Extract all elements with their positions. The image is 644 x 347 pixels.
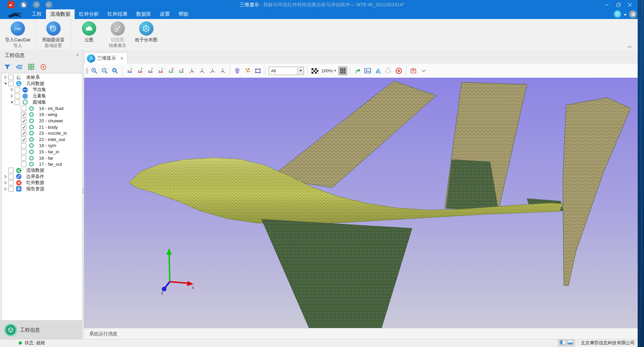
tree-checkbox[interactable] (15, 93, 20, 99)
menu-item-红外分析[interactable]: 红外分析 (75, 9, 103, 19)
viewport-3d-scene[interactable]: x z (84, 78, 638, 328)
tree-checkbox[interactable] (21, 131, 26, 136)
tree-checkbox[interactable] (21, 112, 26, 117)
project-info-footer[interactable]: 工程信息 (0, 320, 84, 339)
iso-view-2-icon[interactable] (197, 66, 206, 75)
tree-checkbox[interactable] (15, 100, 20, 105)
tree-row-19 - wing[interactable]: 19 - wing (2, 112, 82, 118)
list-left-icon[interactable] (15, 62, 24, 71)
iso-view-1-icon[interactable] (187, 66, 196, 75)
chevron-down-icon[interactable] (419, 66, 428, 75)
tree-row-边界条件[interactable]: 边界条件 (2, 174, 82, 180)
tree-row-红外数据[interactable]: 红外数据 (2, 180, 82, 186)
tree-row-22 - inlet_out[interactable]: 22 - inlet_out (2, 136, 82, 143)
tree-row-元素集[interactable]: 元素集 (2, 93, 82, 99)
tree-checkbox[interactable] (8, 168, 14, 173)
tree-row-节点集[interactable]: 节点集 (2, 87, 82, 93)
tree-checkbox[interactable] (8, 81, 14, 86)
tree-row-坐标系[interactable]: Yzx坐标系 (2, 74, 82, 81)
splitter-handle[interactable] (82, 188, 84, 195)
snapshot-icon[interactable] (363, 66, 372, 75)
tab-3d-display[interactable]: 三维显示 ✕ (85, 52, 128, 64)
tree-checkbox[interactable] (8, 174, 14, 179)
tree-row-16 - far[interactable]: 16 - far (2, 155, 82, 161)
tree-row-15 - far_in[interactable]: 15 - far_in (2, 149, 82, 155)
tree-row-流场数据[interactable]: 流场数据 (2, 167, 82, 174)
tree-checkbox[interactable] (8, 180, 14, 185)
tree-checkbox[interactable] (8, 186, 14, 192)
tree-checkbox[interactable] (21, 124, 26, 130)
zoom-out-icon[interactable] (100, 66, 109, 75)
filter-icon[interactable] (3, 62, 12, 71)
launcher-icon[interactable] (7, 1, 15, 8)
particle-trace-icon[interactable] (243, 66, 252, 75)
tree-checkbox[interactable] (21, 149, 26, 154)
view-front-icon[interactable]: xzY (125, 66, 134, 75)
tree-expander-icon[interactable] (9, 88, 15, 91)
tree-expander-icon[interactable] (9, 101, 15, 104)
tree-expander-icon[interactable] (3, 82, 8, 85)
close-button[interactable] (624, 0, 635, 9)
apps-caret-icon[interactable] (624, 11, 627, 17)
layout-left-panel-icon[interactable] (560, 340, 565, 346)
checkerboard-icon[interactable] (310, 66, 319, 75)
tree-expander-icon[interactable] (3, 187, 8, 191)
tree-row-17 - far_out[interactable]: 17 - far_out (2, 161, 82, 167)
profile-button[interactable] (629, 10, 637, 18)
tree-checkbox[interactable] (21, 106, 26, 111)
archive-box-icon[interactable] (409, 66, 418, 75)
minimize-button[interactable] (601, 0, 613, 9)
target-icon[interactable] (39, 62, 48, 71)
tree-row-面域集[interactable]: 面域集 (2, 99, 82, 105)
display-filter-combo[interactable]: All (269, 67, 304, 75)
ribbon-button-粒子分布图[interactable]: 粒子分布图 (132, 21, 161, 43)
tree-checkbox[interactable] (21, 118, 26, 123)
zoom-extent-icon[interactable] (111, 66, 120, 75)
mirror-icon[interactable] (374, 66, 383, 75)
tree-row-报告资源[interactable]: 报告资源 (2, 186, 82, 192)
ribbon-button-云图[interactable]: 云图 (75, 21, 103, 43)
view-right-icon[interactable]: zxY (156, 66, 165, 75)
new-doc-icon[interactable] (20, 1, 27, 8)
menu-item-流场数据[interactable]: 流场数据 (46, 9, 75, 19)
view-bottom-icon[interactable]: zYx (177, 66, 186, 75)
tree-checkbox[interactable] (15, 87, 20, 92)
zoom-percent-control[interactable]: 100% (321, 68, 336, 73)
menu-item-红外结果[interactable]: 红外结果 (103, 9, 132, 19)
tree-checkbox[interactable] (21, 162, 26, 167)
camera-icon[interactable] (233, 66, 242, 75)
share-arrow-icon[interactable] (353, 66, 362, 75)
view-left-icon[interactable]: xzY (146, 66, 155, 75)
menu-item-设置[interactable]: 设置 (156, 9, 174, 19)
tree-checkbox[interactable] (21, 137, 26, 142)
tree-row-几何数据[interactable]: 几何数据 (2, 81, 82, 87)
panel-collapse-icon[interactable]: ‹ (77, 51, 79, 58)
tree-row-18 - sym[interactable]: 18 - sym (2, 143, 82, 149)
select-box-icon[interactable] (253, 66, 262, 75)
tree-expander-icon[interactable] (3, 175, 8, 178)
view-top-icon[interactable]: zYX (166, 66, 175, 75)
grid-green-icon[interactable] (27, 62, 36, 71)
tab-close-icon[interactable]: ✕ (120, 56, 124, 61)
cancel-icon[interactable] (394, 66, 403, 75)
ribbon-collapse-chevron-icon[interactable] (627, 44, 633, 48)
tree-row-20 - chuiwei[interactable]: 20 - chuiwei (2, 118, 82, 124)
combo-dropdown-icon[interactable] (297, 67, 304, 74)
ribbon-button-导入Cas/Dat[interactable]: cas导入Cas/Dat (3, 21, 32, 43)
menu-item-工程[interactable]: 工程 (27, 9, 46, 19)
view-back-icon[interactable]: zxY (136, 66, 145, 75)
tree-expander-icon[interactable] (3, 181, 8, 184)
redo-icon[interactable] (45, 1, 53, 8)
tree-checkbox[interactable] (21, 155, 26, 161)
tree-row-21 - body[interactable]: 21 - body (2, 124, 82, 130)
tree-row-23 - nozzle_in[interactable]: 23 - nozzle_in (2, 130, 82, 136)
apps-button[interactable] (614, 10, 621, 18)
menu-item-数据库[interactable]: 数据库 (132, 9, 156, 19)
restore-button[interactable] (613, 0, 624, 9)
tree-checkbox[interactable] (21, 143, 26, 148)
tree-expander-icon[interactable] (3, 76, 8, 79)
tree-checkbox[interactable] (8, 75, 14, 80)
undo-icon[interactable] (33, 1, 40, 8)
tree-row-14 - int_fluid[interactable]: 14 - int_fluid (2, 105, 82, 112)
menu-item-帮助[interactable]: 帮助 (174, 9, 193, 19)
